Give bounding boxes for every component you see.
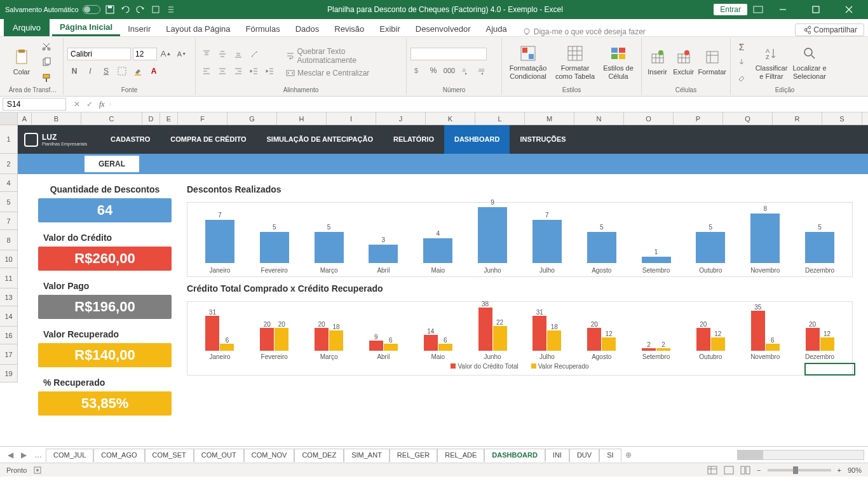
row-header[interactable]: 1 [0, 125, 18, 154]
col-header[interactable]: E [160, 112, 178, 125]
align-center-icon[interactable] [215, 64, 229, 78]
new-sheet-button[interactable]: ⊕ [621, 451, 635, 459]
clear-icon[interactable] [735, 71, 749, 85]
formula-bar[interactable] [110, 103, 868, 105]
tab-review[interactable]: Revisão [327, 22, 372, 36]
view-layout-icon[interactable] [724, 466, 734, 475]
insert-cells-button[interactable]: Inserir [646, 40, 669, 85]
col-header[interactable]: A [18, 112, 32, 125]
sheet-tab[interactable]: COM_AGO [93, 449, 144, 462]
decrease-decimal-icon[interactable]: .00 [474, 64, 488, 78]
sheet-tab[interactable]: REL_ADE [437, 449, 484, 462]
col-header[interactable]: L [475, 112, 525, 125]
conditional-format-button[interactable]: Formatação Condicional [506, 40, 550, 85]
tab-layout[interactable]: Layout da Página [158, 22, 238, 36]
geral-tab[interactable]: GERAL [85, 156, 139, 172]
ribbon-display-icon[interactable] [752, 4, 764, 15]
wrap-text-button[interactable]: Quebrar Texto Automaticamente [286, 47, 402, 65]
tab-developer[interactable]: Desenvolvedor [408, 22, 478, 36]
share-button[interactable]: Compartilhar [795, 24, 864, 36]
sheet-tab[interactable]: COM_JUL [46, 449, 93, 462]
align-left-icon[interactable] [200, 64, 214, 78]
align-right-icon[interactable] [231, 64, 245, 78]
font-size-select[interactable] [133, 48, 157, 60]
zoom-out-button[interactable]: − [757, 466, 761, 474]
nav-simulacao[interactable]: SIMULAÇÃO DE ANTECIPAÇÃO [257, 125, 383, 154]
format-table-button[interactable]: Formatar como Tabela [553, 40, 597, 85]
view-pagebreak-icon[interactable] [740, 466, 750, 475]
sheet-tab[interactable]: DASHBOARD [484, 449, 545, 462]
cut-icon[interactable] [39, 39, 53, 53]
save-icon[interactable] [104, 4, 116, 15]
currency-icon[interactable]: $ [410, 64, 424, 78]
redo-icon[interactable] [135, 4, 146, 15]
zoom-level[interactable]: 90% [848, 466, 862, 474]
fill-icon[interactable] [735, 55, 749, 69]
sheet-tab[interactable]: SIM_ANT [344, 449, 390, 462]
spreadsheet-grid[interactable]: ABCDEFGHIJKLMNOPQRS 12457810111314161719… [0, 112, 868, 446]
minimize-button[interactable] [769, 0, 797, 19]
format-painter-icon[interactable] [39, 71, 53, 85]
tab-formulas[interactable]: Fórmulas [238, 22, 288, 36]
close-button[interactable] [835, 0, 863, 19]
row-header[interactable]: 17 [0, 344, 18, 365]
sort-filter-button[interactable]: AZClassificar e Filtrar [754, 40, 789, 85]
row-header[interactable]: 14 [0, 306, 18, 327]
col-header[interactable]: G [227, 112, 277, 125]
col-header[interactable]: N [574, 112, 624, 125]
col-header[interactable]: C [81, 112, 142, 125]
scroll-thumb[interactable] [738, 451, 763, 459]
col-header[interactable]: K [426, 112, 475, 125]
sheet-nav-more[interactable]: … [31, 451, 46, 459]
row-header[interactable]: 13 [0, 288, 18, 306]
nav-relatorio[interactable]: RELATÓRIO [383, 125, 444, 154]
percent-icon[interactable]: % [426, 64, 440, 78]
zoom-in-button[interactable]: + [837, 466, 841, 474]
sheet-tab[interactable]: COM_OUT [194, 449, 244, 462]
cancel-formula-icon[interactable]: ✕ [74, 100, 80, 109]
font-name-select[interactable] [67, 48, 131, 60]
increase-font-icon[interactable]: A▲ [159, 47, 173, 61]
nav-dashboard[interactable]: DASHBOARD [444, 125, 510, 154]
sheet-tab[interactable]: DUV [569, 449, 599, 462]
cell-styles-button[interactable]: Estilos de Célula [600, 40, 637, 85]
decrease-font-icon[interactable]: A▼ [175, 47, 189, 61]
tellme-search[interactable]: Diga-me o que você deseja fazer [522, 27, 646, 36]
col-header[interactable]: D [142, 112, 160, 125]
row-header[interactable]: 2 [0, 154, 18, 174]
view-normal-icon[interactable] [707, 466, 717, 475]
undo-icon[interactable] [119, 4, 131, 15]
fx-icon[interactable]: fx [99, 100, 105, 109]
toggle-off-icon[interactable] [83, 5, 100, 14]
tab-file[interactable]: Arquivo [4, 19, 50, 36]
orientation-icon[interactable] [247, 47, 261, 61]
col-header[interactable]: J [376, 112, 426, 125]
decrease-indent-icon[interactable] [247, 64, 261, 78]
sheet-tab[interactable]: COM_DEZ [294, 449, 344, 462]
sheet-tab[interactable]: REL_GER [390, 449, 437, 462]
sheet-nav-next[interactable]: ▶ [17, 451, 31, 459]
qat-icon2[interactable] [165, 4, 177, 15]
format-cells-button[interactable]: Formatar [698, 40, 726, 85]
col-header[interactable]: M [525, 112, 574, 125]
sheet-tab[interactable]: INI [545, 449, 569, 462]
borders-icon[interactable] [115, 64, 129, 78]
row-header[interactable]: 8 [0, 230, 18, 250]
sheet-tab[interactable]: SI [599, 449, 621, 462]
tab-data[interactable]: Dados [288, 22, 327, 36]
maximize-button[interactable] [802, 0, 830, 19]
paste-button[interactable]: Colar [6, 40, 37, 85]
increase-indent-icon[interactable] [263, 64, 277, 78]
tab-view[interactable]: Exibir [372, 22, 408, 36]
enter-formula-icon[interactable]: ✓ [86, 100, 93, 109]
row-header[interactable]: 10 [0, 250, 18, 268]
tab-home[interactable]: Página Inicial [52, 20, 120, 36]
copy-icon[interactable] [39, 55, 53, 69]
col-header[interactable]: Q [723, 112, 773, 125]
delete-cells-button[interactable]: Excluir [672, 40, 695, 85]
align-bottom-icon[interactable] [231, 47, 245, 61]
sheet-tab[interactable]: COM_NOV [244, 449, 295, 462]
sheet-tab[interactable]: COM_SET [145, 449, 194, 462]
qat-icon[interactable] [150, 4, 161, 15]
comma-icon[interactable]: 000 [442, 64, 456, 78]
